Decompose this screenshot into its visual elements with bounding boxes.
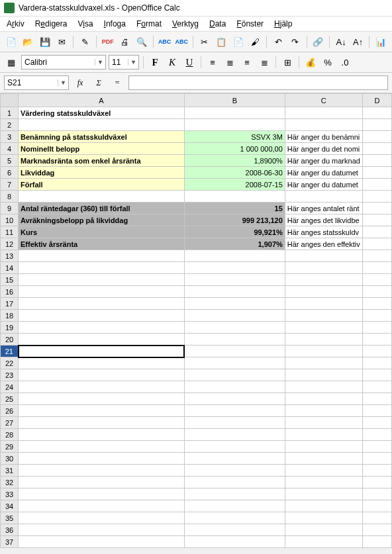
- formula-input[interactable]: [128, 75, 388, 90]
- cell[interactable]: [362, 274, 391, 286]
- row-header[interactable]: 2: [1, 119, 19, 131]
- cell[interactable]: Avräkningsbelopp på likviddag: [19, 214, 185, 226]
- cell[interactable]: [285, 453, 362, 465]
- cell[interactable]: [362, 119, 391, 131]
- row-header[interactable]: 5: [1, 155, 19, 167]
- cell[interactable]: [362, 536, 391, 548]
- cell[interactable]: [362, 357, 391, 369]
- cell[interactable]: [19, 369, 185, 381]
- row-header[interactable]: 3: [1, 131, 19, 143]
- cell[interactable]: [285, 334, 362, 346]
- cell[interactable]: [285, 393, 362, 405]
- cell[interactable]: [184, 441, 285, 453]
- cell[interactable]: [184, 417, 285, 429]
- row-header[interactable]: 19: [1, 322, 19, 334]
- menu-window[interactable]: Fönster: [234, 18, 266, 30]
- row-header[interactable]: 14: [1, 262, 19, 274]
- cell[interactable]: Benämning på statsskuldväxel: [19, 131, 185, 143]
- menu-insert[interactable]: Infoga: [101, 18, 128, 30]
- cell[interactable]: [285, 250, 362, 262]
- cell[interactable]: [362, 143, 391, 155]
- cell[interactable]: [362, 512, 391, 524]
- cell[interactable]: [285, 346, 362, 357]
- cell[interactable]: [19, 477, 185, 488]
- align-center-button[interactable]: ≣: [222, 55, 237, 69]
- cell[interactable]: [19, 488, 185, 500]
- cell[interactable]: [362, 453, 391, 465]
- edit-button[interactable]: ✎: [77, 34, 92, 49]
- menu-file[interactable]: Arkiv: [4, 18, 27, 30]
- align-left-button[interactable]: ≡: [205, 55, 220, 69]
- cell[interactable]: Värdering statsskuldväxel: [19, 107, 185, 119]
- row-header[interactable]: 10: [1, 214, 19, 226]
- spreadsheet-grid[interactable]: A B C D 1 Värdering statsskuldväxel 2 3 …: [0, 93, 392, 548]
- underline-button[interactable]: U: [182, 55, 197, 69]
- cell[interactable]: [19, 298, 185, 310]
- cell-active[interactable]: [19, 346, 185, 357]
- row-header[interactable]: 37: [1, 536, 19, 548]
- copy-button[interactable]: 📋: [215, 34, 229, 49]
- row-header[interactable]: 33: [1, 488, 19, 500]
- cell[interactable]: [19, 310, 185, 322]
- cell[interactable]: [362, 346, 391, 357]
- row-header[interactable]: 29: [1, 441, 19, 453]
- cell[interactable]: [19, 334, 185, 346]
- cell[interactable]: 2008-07-15: [184, 179, 285, 191]
- cell[interactable]: [362, 107, 391, 119]
- cell[interactable]: 1,8900%: [184, 155, 285, 167]
- cell[interactable]: [362, 500, 391, 512]
- cell[interactable]: [19, 536, 185, 548]
- currency-button[interactable]: 💰: [303, 55, 318, 69]
- cell[interactable]: [362, 203, 391, 214]
- menu-data[interactable]: Data: [207, 18, 228, 30]
- row-header[interactable]: 15: [1, 274, 19, 286]
- cell[interactable]: [184, 286, 285, 298]
- cell[interactable]: [184, 477, 285, 488]
- cell[interactable]: [362, 465, 391, 477]
- cell[interactable]: [285, 274, 362, 286]
- cell[interactable]: Marknadsränta som enkel årsränta: [19, 155, 185, 167]
- menu-help[interactable]: Hjälp: [271, 18, 295, 30]
- row-header[interactable]: 18: [1, 310, 19, 322]
- cell[interactable]: Här anger du datumet: [285, 167, 362, 179]
- cell[interactable]: [19, 441, 185, 453]
- cell[interactable]: [19, 191, 185, 203]
- save-button[interactable]: 💾: [38, 34, 52, 49]
- cell[interactable]: [362, 369, 391, 381]
- cell[interactable]: [285, 191, 362, 203]
- cell[interactable]: 2008-06-30: [184, 167, 285, 179]
- cell[interactable]: [285, 429, 362, 441]
- cell[interactable]: [362, 214, 391, 226]
- cell[interactable]: [184, 536, 285, 548]
- cell[interactable]: [362, 429, 391, 441]
- cell[interactable]: [285, 357, 362, 369]
- select-all-corner[interactable]: [1, 94, 19, 107]
- paste-button[interactable]: 📄: [231, 34, 246, 49]
- cell[interactable]: [184, 322, 285, 334]
- cell[interactable]: [19, 465, 185, 477]
- cell[interactable]: [285, 286, 362, 298]
- merge-cells-button[interactable]: ⊞: [280, 55, 295, 69]
- cell[interactable]: [184, 298, 285, 310]
- open-button[interactable]: 📂: [21, 34, 36, 49]
- cell[interactable]: [285, 298, 362, 310]
- cell[interactable]: [184, 357, 285, 369]
- chart-button[interactable]: 📊: [373, 34, 388, 49]
- cell[interactable]: [362, 417, 391, 429]
- cell[interactable]: [19, 381, 185, 393]
- cell[interactable]: [362, 298, 391, 310]
- cell[interactable]: Förfall: [19, 179, 185, 191]
- cell[interactable]: Här anges den effektiv: [285, 238, 362, 250]
- cell[interactable]: Här anger du det nomi: [285, 143, 362, 155]
- cell[interactable]: [184, 346, 285, 357]
- cell[interactable]: [19, 357, 185, 369]
- cell[interactable]: [362, 250, 391, 262]
- row-header[interactable]: 27: [1, 417, 19, 429]
- col-header-C[interactable]: C: [285, 94, 362, 107]
- preview-button[interactable]: 🔍: [134, 34, 149, 49]
- cell[interactable]: [362, 286, 391, 298]
- styles-button[interactable]: ▦: [4, 55, 19, 69]
- cell[interactable]: [285, 536, 362, 548]
- row-header[interactable]: 21: [1, 346, 19, 357]
- menu-view[interactable]: Visa: [75, 18, 95, 30]
